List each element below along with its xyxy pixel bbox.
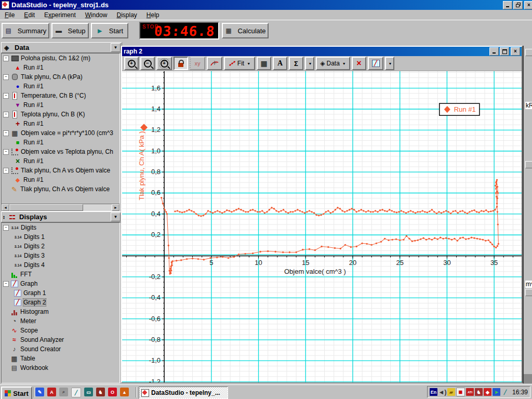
menu-file[interactable]: File (0, 10, 19, 20)
run-item[interactable]: ▲Run #1 (2, 63, 119, 72)
display-item-graph[interactable]: −╱Graph (2, 279, 119, 288)
collapse-toggle[interactable]: − (3, 74, 9, 80)
scheduler-icon[interactable]: ▦ (456, 388, 465, 396)
scroll-right-arrow[interactable]: ► (112, 204, 119, 211)
start-button[interactable]: Start (1, 387, 32, 399)
restore-button[interactable] (513, 1, 523, 9)
graph-close-button[interactable]: × (511, 47, 520, 56)
collapse-toggle[interactable]: − (3, 281, 9, 287)
display-item-graph-1[interactable]: ╱Graph 1 (2, 288, 119, 298)
ati-icon[interactable]: ATI (466, 388, 474, 396)
run-item[interactable]: +Run #1 (2, 119, 119, 128)
display-item-fft[interactable]: FFT (2, 270, 119, 279)
xy-data-button[interactable]: xy (190, 57, 205, 70)
display-item-sound-creator[interactable]: ♪Sound Creator (2, 344, 119, 354)
en-language-indicator[interactable]: En (430, 388, 437, 396)
data-tree-item[interactable]: −Tlak plynu, Ch A (kPa) (2, 72, 119, 82)
opera-icon[interactable]: O (108, 388, 117, 396)
data-tree-item[interactable]: −Poloha pistu, Ch 1&2 (m) (2, 54, 119, 63)
data-tree-item[interactable]: −Temperature, Ch B (°C) (2, 91, 119, 100)
data-panel-header[interactable]: ◈ Data ▼ (1, 42, 122, 53)
display-item-digits-1[interactable]: 3.14Digits 1 (2, 232, 119, 242)
display-item-digits-4[interactable]: 3.14Digits 4 (2, 260, 119, 270)
pen-icon[interactable]: ╱ (501, 388, 509, 396)
collapse-toggle[interactable]: − (3, 56, 9, 61)
graph-maximize-button[interactable] (500, 47, 509, 56)
notepad-icon[interactable]: ✎ (35, 388, 44, 396)
scroll-left-arrow[interactable]: ◄ (2, 204, 9, 211)
app-titlebar[interactable]: DataStudio - tepelny_stroj1.ds × (0, 0, 532, 10)
display-item-scope[interactable]: ∿Scope (2, 326, 119, 335)
display-item-digits-3[interactable]: 3.14Digits 3 (2, 251, 119, 260)
paint-icon[interactable]: ╱ (71, 388, 81, 397)
volume-icon[interactable]: ◄) (438, 388, 446, 396)
collapse-toggle[interactable]: − (3, 112, 9, 117)
data-tree-item[interactable]: −▦Objem valce = pi*r*r*y*100 (cm^3 (2, 128, 119, 138)
fit-menu-button[interactable]: Fit▼ (224, 57, 255, 70)
run-item[interactable]: ◆Run #1 (2, 175, 119, 184)
scroll-thumb[interactable] (9, 204, 83, 211)
menu-display[interactable]: Display (112, 10, 141, 20)
display-item-graph-2[interactable]: ╱Graph 2 (2, 298, 119, 307)
statistics-button[interactable]: Σ (289, 57, 303, 70)
display-item-digits[interactable]: −3.14Digits (2, 223, 119, 232)
acrobat-icon[interactable]: A (47, 388, 56, 396)
zoom-select-button[interactable]: + (156, 57, 172, 70)
run-item[interactable]: ●Run #1 (2, 82, 119, 91)
display-item-sound-analyzer[interactable]: ≈Sound Analyzer (2, 335, 119, 344)
display-item-meter[interactable]: ◔Meter (2, 316, 119, 326)
text-annotation-button[interactable]: A (273, 57, 287, 70)
display-item-histogram[interactable]: Histogram (2, 307, 119, 316)
collapse-toggle[interactable]: − (3, 149, 9, 155)
collapse-toggle[interactable]: − (3, 93, 9, 99)
zoom-out-button[interactable]: − (140, 57, 155, 70)
setup-button[interactable]: ▬ Setup (51, 23, 89, 38)
graph-minimize-button[interactable] (489, 47, 499, 56)
data-tree-item[interactable]: −Tlak plynu, Ch A vs Objem valce (2, 166, 119, 175)
graph-window-titlebar[interactable]: raph 2 × (122, 47, 522, 56)
data-tree-item[interactable]: −Objem valce vs Teplota plynu, Ch (2, 147, 119, 156)
red-creature-icon[interactable]: ♞ (475, 388, 483, 396)
run-item[interactable]: ×Run #1 (2, 156, 119, 166)
tool-icon[interactable]: ⌕ (59, 388, 68, 396)
globe-icon[interactable]: ➤ (493, 388, 500, 396)
smart-tool-button[interactable] (207, 57, 222, 70)
graph-settings-button[interactable]: ╱ (368, 57, 383, 70)
yellow-disk-icon[interactable]: ▰ (447, 388, 455, 396)
red-diamond-icon[interactable]: ◆ (484, 388, 491, 396)
display-item-workbook[interactable]: ▤Workbook (2, 363, 119, 373)
scale-to-fit-button[interactable] (174, 57, 188, 70)
data-panel-dropdown[interactable]: ▼ (111, 43, 121, 52)
menu-help[interactable]: Help (142, 10, 164, 20)
data-tree-item[interactable]: ✎Tlak plynu, Ch A vs Objem valce (2, 184, 119, 194)
displays-panel-header[interactable]: ▲▼ Displays ▼ (1, 211, 122, 222)
menu-experiment[interactable]: Experiment (39, 10, 81, 20)
background-window-strip[interactable]: kR m^ (523, 46, 532, 383)
summary-button[interactable]: ▤ Summary (2, 23, 49, 38)
collapse-toggle[interactable]: − (3, 225, 9, 231)
displays-panel-dropdown[interactable]: ▼ (111, 212, 121, 221)
calculate-button[interactable]: ▦ Calculate (222, 23, 269, 38)
collapse-toggle[interactable]: − (3, 168, 9, 174)
splitter-icon[interactable]: ▲▼ (3, 215, 7, 219)
graph-window[interactable]: raph 2 × + − + xy Fit▼ ▦ A Σ ▼ ◈ Data▼ ×… (121, 46, 523, 383)
display-item-digits-2[interactable]: 3.14Digits 2 (2, 242, 119, 251)
tray-clock[interactable]: 16:39 (512, 389, 528, 396)
start-button-toolbar[interactable]: ▶ Start (91, 23, 128, 38)
display-item-table[interactable]: ▦Table (2, 354, 119, 363)
graph-calculate-button[interactable]: ▦ (257, 57, 271, 70)
data-tree-hscrollbar[interactable]: ◄ ► (1, 204, 120, 211)
statistics-dropdown[interactable]: ▼ (305, 57, 314, 70)
remove-button[interactable]: × (352, 57, 366, 70)
data-menu-button[interactable]: ◈ Data▼ (316, 57, 350, 70)
minimize-button[interactable] (503, 1, 512, 9)
close-button[interactable]: × (524, 1, 532, 9)
data-tree-item[interactable]: −Teplota plynu, Ch B (K) (2, 110, 119, 119)
graph-settings-dropdown[interactable]: ▼ (385, 57, 394, 70)
run-item[interactable]: ■Run #1 (2, 138, 119, 147)
menu-edit[interactable]: Edit (19, 10, 39, 20)
dragon-icon[interactable]: ♞ (96, 388, 105, 396)
zoom-in-button[interactable]: + (124, 57, 139, 70)
menu-window[interactable]: Window (81, 10, 112, 20)
run-item[interactable]: ▼Run #1 (2, 100, 119, 110)
